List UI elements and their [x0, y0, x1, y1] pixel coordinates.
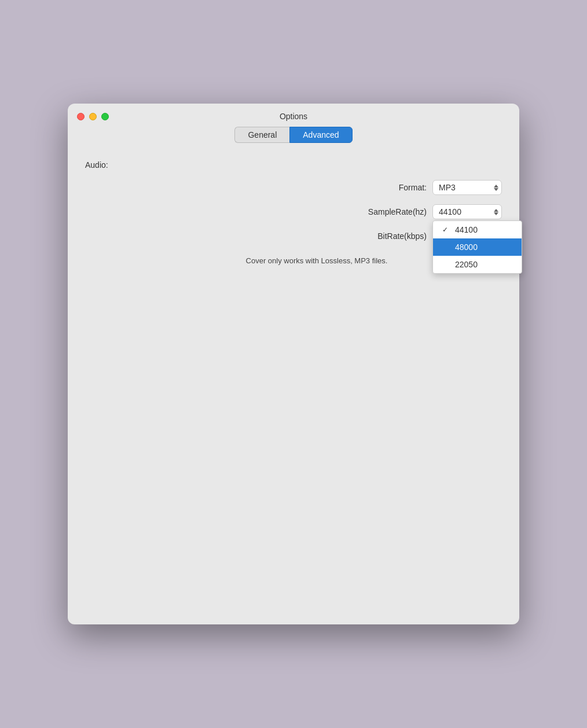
content-area: Audio: Format: MP3 AAC FLAC WAV — [68, 151, 519, 282]
tab-general[interactable]: General — [234, 127, 289, 143]
audio-section-label: Audio: — [85, 160, 502, 170]
titlebar: Options — [68, 104, 519, 127]
tab-advanced[interactable]: Advanced — [289, 127, 352, 143]
form-rows: Format: MP3 AAC FLAC WAV SampleRat — [85, 180, 502, 265]
sample-rate-select[interactable]: 44100 48000 22050 — [432, 204, 502, 219]
window-title: Options — [77, 112, 510, 121]
checkmark-22050 — [442, 260, 452, 269]
dropdown-item-22050[interactable]: 22050 — [433, 256, 522, 273]
traffic-lights — [77, 113, 109, 120]
sample-rate-dropdown-menu[interactable]: ✓ 44100 48000 22050 — [432, 220, 522, 274]
format-row: Format: MP3 AAC FLAC WAV — [85, 180, 502, 195]
format-select-wrapper: MP3 AAC FLAC WAV — [432, 180, 502, 195]
checkmark-48000 — [442, 243, 452, 251]
sample-rate-row: SampleRate(hz) 44100 48000 22050 — [85, 204, 502, 219]
minimize-button[interactable] — [89, 113, 97, 120]
dropdown-item-48000[interactable]: 48000 — [433, 238, 522, 256]
format-select[interactable]: MP3 AAC FLAC WAV — [432, 180, 502, 195]
close-button[interactable] — [77, 113, 85, 120]
tab-bar: General Advanced — [68, 127, 519, 151]
bitrate-label: BitRate(kbps) — [377, 231, 427, 241]
options-window: Options General Advanced Audio: Format: … — [68, 104, 519, 624]
dropdown-item-44100[interactable]: ✓ 44100 — [433, 221, 522, 238]
format-label: Format: — [399, 183, 427, 192]
sample-rate-label: SampleRate(hz) — [368, 207, 427, 216]
sample-rate-dropdown-container: 44100 48000 22050 ✓ 44100 — [432, 204, 502, 219]
maximize-button[interactable] — [101, 113, 109, 120]
checkmark-44100: ✓ — [442, 226, 452, 234]
sample-rate-select-wrapper: 44100 48000 22050 — [432, 204, 502, 219]
